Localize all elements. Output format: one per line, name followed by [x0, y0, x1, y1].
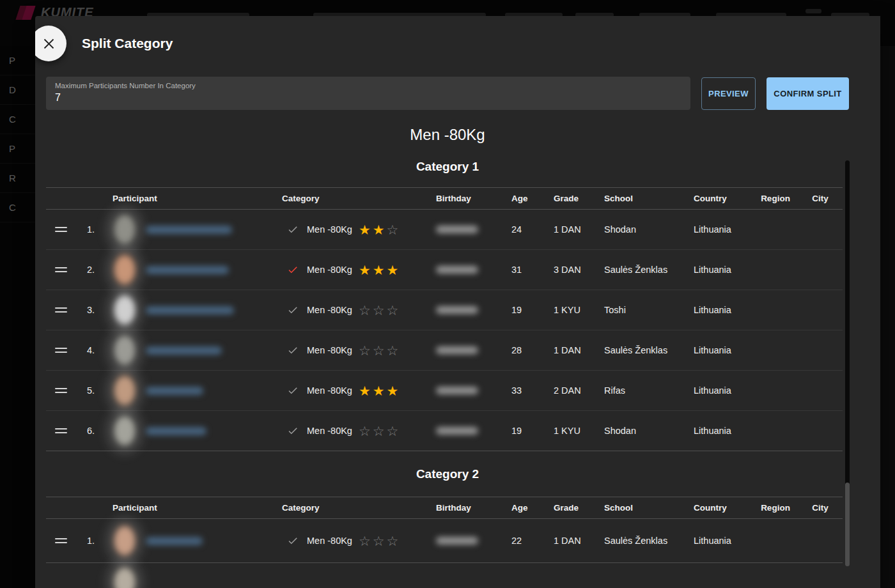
star-rating[interactable]: ☆☆☆	[359, 424, 400, 438]
star-empty-icon[interactable]: ☆	[373, 344, 385, 357]
row-region	[753, 250, 798, 290]
avatar	[112, 413, 137, 449]
row-category: Men -80Kg	[307, 305, 352, 315]
participant-name-blurred[interactable]	[146, 266, 229, 274]
drag-handle-icon[interactable]	[55, 534, 67, 547]
row-age: 28	[494, 330, 533, 370]
star-rating[interactable]: ★★★	[359, 263, 400, 277]
row-category: Men -80Kg	[307, 385, 352, 396]
star-empty-icon[interactable]: ☆	[359, 534, 371, 548]
table-row: 1. Men -80Kg ☆☆☆ 22 1 DAN Saulės Ženklas…	[46, 519, 843, 563]
header-school: School	[587, 188, 676, 209]
birthday-blurred	[436, 537, 478, 545]
table-row: 1. Men -80Kg ★★☆ 24 1 DAN Shodan Lithuan…	[46, 210, 843, 250]
row-country: Lithuania	[676, 371, 753, 410]
close-button[interactable]	[35, 26, 66, 61]
birthday-blurred	[436, 226, 478, 233]
participant-name-blurred[interactable]	[146, 537, 203, 545]
star-empty-icon[interactable]: ☆	[359, 424, 371, 438]
header-category: Category	[282, 497, 433, 518]
star-rating[interactable]: ☆☆☆	[359, 304, 400, 317]
star-empty-icon[interactable]: ☆	[373, 534, 385, 548]
star-filled-icon[interactable]: ★	[373, 263, 385, 277]
participant-name-blurred[interactable]	[146, 226, 232, 234]
header-participant: Participant	[95, 188, 282, 209]
row-country: Lithuania	[676, 290, 753, 330]
star-empty-icon[interactable]: ☆	[387, 424, 399, 438]
row-grade: 1 DAN	[533, 210, 587, 249]
row-grade: 1 KYU	[533, 290, 587, 330]
avatar	[112, 373, 137, 408]
header-category: Category	[282, 188, 433, 209]
row-region	[753, 210, 798, 249]
star-rating[interactable]: ★★☆	[359, 223, 400, 236]
star-empty-icon[interactable]: ☆	[387, 534, 399, 548]
row-index: 2.	[75, 250, 95, 290]
star-empty-icon[interactable]: ☆	[387, 304, 399, 317]
scrollbar-track[interactable]	[845, 160, 850, 486]
star-empty-icon[interactable]: ☆	[387, 344, 399, 357]
row-city	[798, 210, 843, 249]
star-rating[interactable]: ★★★	[359, 384, 400, 398]
row-region	[753, 411, 798, 451]
row-category: Men -80Kg	[307, 265, 352, 275]
star-filled-icon[interactable]: ★	[359, 263, 371, 277]
close-icon	[43, 38, 54, 49]
participant-name-blurred[interactable]	[146, 427, 206, 435]
star-rating[interactable]: ☆☆☆	[359, 534, 400, 548]
header-participant: Participant	[95, 497, 282, 518]
row-school: Saulės Ženklas	[587, 330, 676, 370]
star-empty-icon[interactable]: ☆	[359, 304, 371, 317]
avatar	[112, 292, 137, 328]
partial-next-row-avatar	[112, 564, 137, 588]
row-region	[753, 371, 798, 410]
row-age: 31	[494, 250, 533, 290]
star-filled-icon[interactable]: ★	[387, 263, 399, 277]
row-school: Toshi	[587, 290, 676, 330]
star-filled-icon[interactable]: ★	[373, 384, 385, 398]
header-birthday: Birthday	[433, 188, 494, 209]
star-filled-icon[interactable]: ★	[359, 384, 371, 398]
header-school: School	[587, 497, 676, 518]
header-age: Age	[494, 188, 533, 209]
participant-name-blurred[interactable]	[146, 387, 203, 395]
row-age: 19	[494, 290, 533, 330]
avatar	[112, 212, 137, 247]
drag-handle-icon[interactable]	[55, 223, 67, 236]
row-grade: 2 DAN	[533, 371, 587, 410]
section-title: Category 2	[35, 467, 860, 481]
star-empty-icon[interactable]: ☆	[373, 424, 385, 438]
star-empty-icon[interactable]: ☆	[373, 304, 385, 317]
star-filled-icon[interactable]: ★	[359, 223, 371, 236]
row-category: Men -80Kg	[307, 345, 352, 355]
category-section: Category 1 Participant Category Birthday…	[35, 160, 860, 451]
max-participants-input[interactable]: Maximum Participants Number In Category …	[46, 77, 690, 110]
confirm-split-button[interactable]: CONFIRM SPLIT	[767, 77, 849, 110]
check-icon	[287, 344, 299, 356]
header-grade: Grade	[533, 188, 587, 209]
header-country: Country	[676, 497, 753, 518]
star-empty-icon[interactable]: ☆	[387, 223, 399, 236]
row-city	[798, 330, 843, 370]
header-country: Country	[676, 188, 753, 209]
star-filled-icon[interactable]: ★	[387, 384, 399, 398]
drag-handle-icon[interactable]	[55, 424, 67, 437]
star-empty-icon[interactable]: ☆	[359, 344, 371, 357]
row-index: 1.	[75, 519, 95, 562]
drag-handle-icon[interactable]	[55, 344, 67, 357]
drag-handle-icon[interactable]	[55, 263, 67, 276]
drag-handle-icon[interactable]	[55, 304, 67, 316]
scrollbar-thumb[interactable]	[845, 483, 850, 566]
check-icon	[287, 385, 299, 396]
row-country: Lithuania	[676, 519, 753, 562]
row-country: Lithuania	[676, 330, 753, 370]
drag-handle-icon[interactable]	[55, 384, 67, 397]
participant-name-blurred[interactable]	[146, 346, 222, 355]
check-icon	[287, 535, 299, 546]
star-filled-icon[interactable]: ★	[373, 223, 385, 236]
preview-button[interactable]: PREVIEW	[701, 77, 756, 110]
row-city	[798, 290, 843, 330]
star-rating[interactable]: ☆☆☆	[359, 344, 400, 357]
participant-name-blurred[interactable]	[146, 306, 234, 314]
input-label: Maximum Participants Number In Category	[55, 82, 681, 89]
